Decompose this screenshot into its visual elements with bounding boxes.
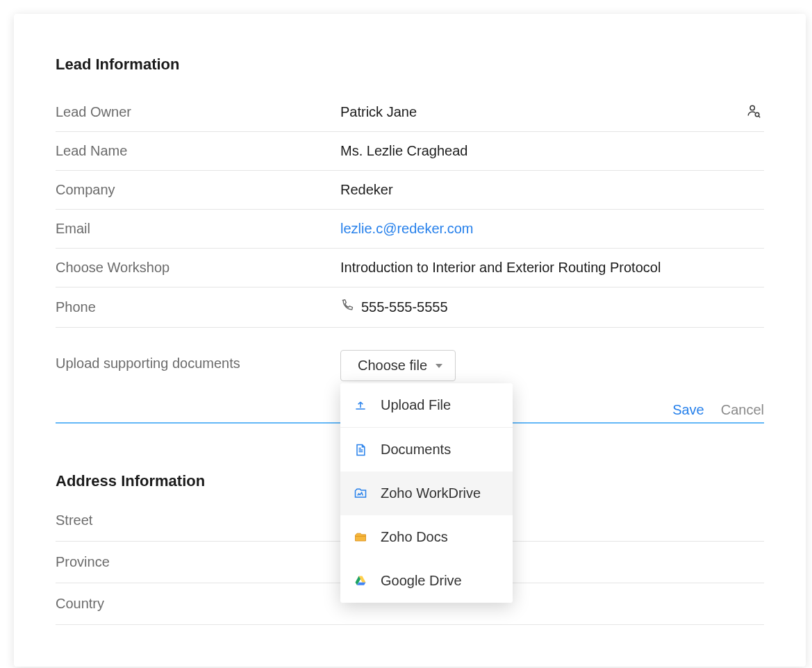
phone-row: Phone 555-555-5555 bbox=[56, 287, 764, 328]
lead-name-row: Lead Name Ms. Lezlie Craghead bbox=[56, 132, 764, 171]
dropdown-item-google-drive[interactable]: Google Drive bbox=[340, 559, 513, 603]
company-row: Company Redeker bbox=[56, 171, 764, 210]
email-row: Email lezlie.c@redeker.com bbox=[56, 210, 764, 249]
workdrive-icon bbox=[353, 486, 368, 501]
lead-owner-row: Lead Owner Patrick Jane bbox=[56, 93, 764, 132]
lead-name-label: Lead Name bbox=[56, 143, 340, 159]
dropdown-item-label: Google Drive bbox=[381, 573, 462, 589]
upload-control: Choose file Upload File bbox=[340, 350, 456, 381]
dropdown-item-label: Zoho WorkDrive bbox=[381, 485, 481, 501]
phone-number: 555-555-5555 bbox=[361, 299, 448, 315]
lead-form-card: Lead Information Lead Owner Patrick Jane… bbox=[14, 14, 806, 667]
phone-icon bbox=[340, 299, 354, 316]
upload-label: Upload supporting documents bbox=[56, 350, 340, 371]
file-source-dropdown: Upload File Documents bbox=[340, 383, 513, 603]
gdrive-icon bbox=[353, 574, 368, 589]
company-label: Company bbox=[56, 182, 340, 198]
document-icon bbox=[353, 442, 368, 458]
upload-icon bbox=[353, 398, 368, 413]
phone-label: Phone bbox=[56, 299, 340, 315]
province-label: Province bbox=[56, 554, 110, 570]
workshop-value[interactable]: Introduction to Interior and Exterior Ro… bbox=[340, 260, 764, 276]
dropdown-item-upload-file[interactable]: Upload File bbox=[340, 383, 513, 428]
dropdown-item-label: Upload File bbox=[381, 397, 451, 413]
caret-down-icon bbox=[436, 364, 442, 368]
lead-owner-label: Lead Owner bbox=[56, 104, 340, 120]
person-search-icon[interactable] bbox=[746, 103, 761, 122]
dropdown-item-zoho-workdrive[interactable]: Zoho WorkDrive bbox=[340, 471, 513, 515]
choose-file-label: Choose file bbox=[358, 358, 427, 374]
svg-point-0 bbox=[750, 106, 754, 110]
workshop-row: Choose Workshop Introduction to Interior… bbox=[56, 249, 764, 287]
lead-owner-value[interactable]: Patrick Jane bbox=[340, 104, 764, 120]
dropdown-item-label: Documents bbox=[381, 442, 451, 458]
save-button[interactable]: Save bbox=[672, 402, 704, 418]
street-label: Street bbox=[56, 512, 92, 528]
upload-row: Upload supporting documents Choose file … bbox=[56, 328, 764, 381]
lead-name-value[interactable]: Ms. Lezlie Craghead bbox=[340, 143, 764, 159]
phone-value[interactable]: 555-555-5555 bbox=[340, 299, 764, 316]
lead-info-title: Lead Information bbox=[56, 56, 764, 74]
svg-point-1 bbox=[755, 112, 759, 117]
cancel-button[interactable]: Cancel bbox=[721, 402, 764, 418]
dropdown-item-documents[interactable]: Documents bbox=[340, 428, 513, 471]
dropdown-item-label: Zoho Docs bbox=[381, 529, 448, 545]
zohodocs-icon bbox=[353, 530, 368, 545]
email-label: Email bbox=[56, 221, 340, 237]
country-label: Country bbox=[56, 596, 104, 612]
company-value[interactable]: Redeker bbox=[340, 182, 764, 198]
email-value[interactable]: lezlie.c@redeker.com bbox=[340, 221, 764, 237]
choose-file-button[interactable]: Choose file bbox=[340, 350, 456, 381]
workshop-label: Choose Workshop bbox=[56, 260, 340, 276]
dropdown-item-zoho-docs[interactable]: Zoho Docs bbox=[340, 515, 513, 559]
